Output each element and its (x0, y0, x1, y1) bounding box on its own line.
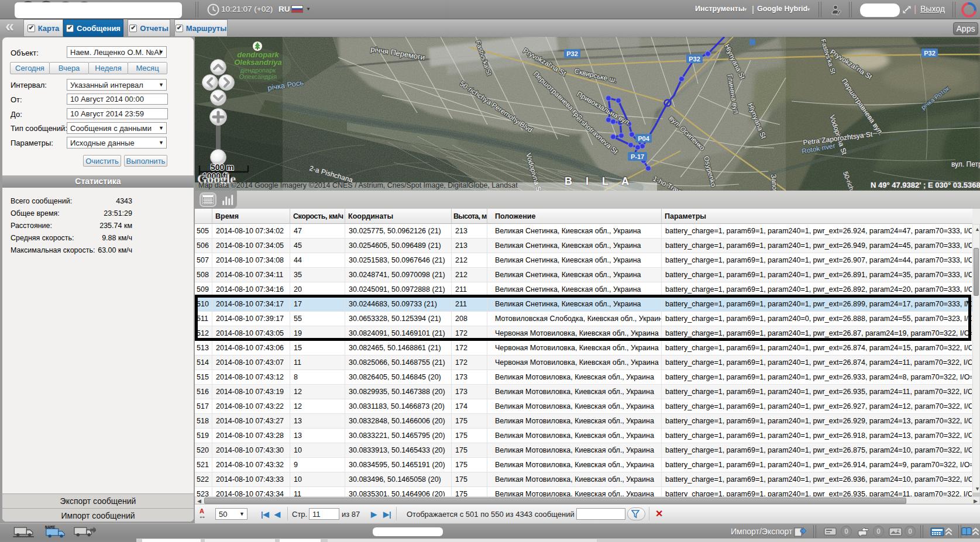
svg-text:500 m: 500 m (211, 163, 234, 172)
svg-text:Map data ©2014 Google Imagery: Map data ©2014 Google Imagery ©2014 CNES… (198, 181, 518, 189)
